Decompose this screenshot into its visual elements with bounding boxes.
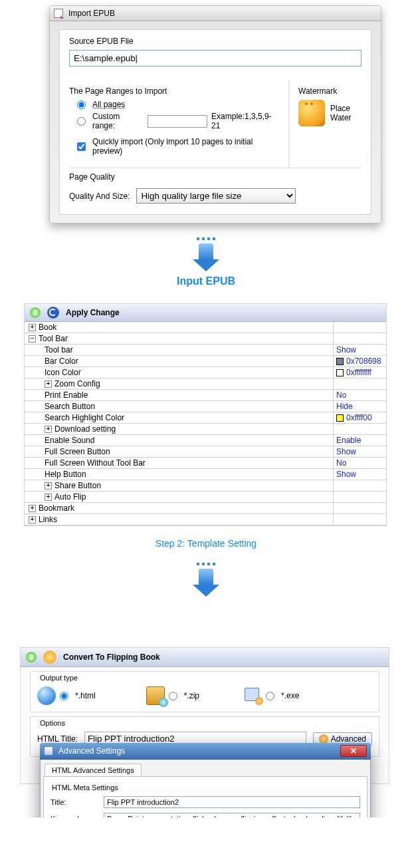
color-swatch [336, 358, 344, 365]
tree-row-label: Search Button [25, 401, 333, 412]
tree-row-label: Print Enable [25, 390, 333, 400]
all-pages-label: All pages [92, 100, 125, 109]
custom-range-input[interactable] [148, 115, 207, 128]
options-label: Options [37, 719, 68, 727]
tree-row-value [333, 492, 386, 502]
color-swatch [336, 369, 344, 376]
page-ranges-group: The Page Ranges to Import All pages Cust… [69, 80, 279, 168]
tree-row[interactable]: +Download setting [25, 424, 386, 435]
output-html-radio[interactable] [60, 692, 68, 700]
tree-row[interactable]: +Auto Flip [25, 492, 386, 503]
output-type-label: Output type [37, 674, 80, 682]
tree-row-value[interactable]: No [333, 390, 386, 400]
output-zip-radio[interactable] [169, 692, 177, 700]
footprint-icon [298, 100, 325, 126]
tree-row-value[interactable]: Hide [333, 401, 386, 412]
meta-settings-label: HTML Meta Settings [52, 784, 360, 792]
tree-row-value [333, 322, 386, 333]
tree-row[interactable]: Search Highlight Color0xffff00 [25, 412, 386, 424]
expand-icon[interactable]: + [45, 482, 52, 490]
html-advanced-tab[interactable]: HTML Advanced Settings [45, 764, 142, 776]
tree-row-label: Enable Sound [25, 435, 333, 446]
panel3-header: 3 Convert To Flipping Book [21, 648, 389, 667]
tree-row-label: Help Button [25, 469, 333, 480]
tree-row-label: Icon Color [25, 367, 333, 378]
tree-row-label: +Links [25, 514, 333, 525]
meta-keywords-input[interactable] [104, 813, 360, 817]
page-quality-label: Page Quality [69, 172, 361, 182]
expand-icon[interactable]: + [45, 426, 52, 433]
custom-range-radio[interactable] [77, 117, 86, 126]
tree-row[interactable]: Full Screen ButtonShow [25, 446, 386, 458]
import-epub-dialog: Import EPUB Source EPUB Flie The Page Ra… [49, 5, 381, 223]
tree-row-label: +Zoom Config [25, 378, 333, 389]
tree-row[interactable]: Bar Color0x708698 [25, 356, 386, 367]
wm-line2: Water [330, 113, 352, 122]
tree-row-value[interactable]: Show [333, 469, 386, 480]
tree-row-value[interactable]: Show [333, 446, 386, 457]
tree-row[interactable]: +Links [25, 514, 386, 525]
tree-row[interactable]: Tool barShow [25, 345, 386, 356]
tree-row-value[interactable]: Show [333, 345, 386, 355]
tree-row[interactable]: Full Screen Without Tool BarNo [25, 458, 386, 469]
all-pages-radio[interactable] [77, 100, 86, 109]
tree-row-value [333, 424, 386, 434]
tree-row-value [333, 514, 386, 525]
template-setting-panel: 2 Apply Change +Book−Tool BarTool barSho… [24, 303, 387, 526]
source-epub-input[interactable] [69, 50, 361, 67]
refresh-icon[interactable] [47, 307, 59, 319]
settings-tree[interactable]: +Book−Tool BarTool barShowBar Color0x708… [25, 322, 386, 525]
tree-row-value [333, 503, 386, 513]
dialog-title: Import EPUB [68, 9, 115, 18]
apply-change-title: Apply Change [66, 308, 120, 317]
input-epub-label: Input EPUB [0, 275, 412, 287]
tree-row[interactable]: Icon Color0xffffffff [25, 367, 386, 378]
tree-row-label: +Book [25, 322, 333, 333]
tree-row-value[interactable]: No [333, 458, 386, 468]
tree-row[interactable]: Print EnableNo [25, 390, 386, 401]
tree-row[interactable]: Enable SoundEnable [25, 435, 386, 446]
tree-row[interactable]: −Tool Bar [25, 333, 386, 345]
tree-row[interactable]: +Zoom Config [25, 378, 386, 390]
collapse-icon[interactable]: − [29, 335, 36, 343]
tree-row[interactable]: Search ButtonHide [25, 401, 386, 412]
advanced-window-title: Advanced Settings [58, 746, 125, 756]
quality-size-label: Quality And Size: [69, 192, 130, 201]
tree-row-value[interactable]: 0x708698 [333, 356, 386, 366]
tree-row-label: Tool bar [25, 345, 333, 355]
tree-row-label: Full Screen Without Tool Bar [25, 458, 333, 468]
page-quality-group: Page Quality Quality And Size: High qual… [69, 168, 361, 204]
tree-row-label: +Bookmark [25, 503, 333, 513]
example-text: Example:1,3,5,9-21 [211, 112, 279, 130]
expand-icon[interactable]: + [29, 516, 36, 523]
expand-icon[interactable]: + [45, 380, 52, 388]
meta-title-label: Title: [51, 798, 97, 806]
dialog-title-bar: Import EPUB [50, 6, 381, 21]
close-button[interactable]: ✕ [340, 745, 367, 757]
panel2-header: 2 Apply Change [25, 304, 386, 322]
expand-icon[interactable]: + [29, 505, 36, 512]
output-exe-radio[interactable] [266, 692, 274, 700]
tree-row[interactable]: +Bookmark [25, 503, 386, 514]
tree-row-value [333, 333, 386, 344]
tree-row[interactable]: +Share Button [25, 480, 386, 492]
tree-row-value[interactable]: 0xffff00 [333, 412, 386, 423]
advanced-button-label: Advanced [331, 734, 366, 744]
advanced-title-bar: Advanced Settings ✕ [40, 743, 371, 760]
meta-title-input[interactable] [104, 796, 360, 808]
tree-row[interactable]: Help ButtonShow [25, 469, 386, 480]
tree-row-value[interactable]: Enable [333, 435, 386, 446]
html-title-label: HTML Title: [37, 734, 78, 744]
tree-row[interactable]: +Book [25, 322, 386, 333]
tree-row-value[interactable]: 0xffffffff [333, 367, 386, 378]
exe-icon [243, 686, 262, 705]
expand-icon[interactable]: + [45, 494, 52, 501]
expand-icon[interactable]: + [29, 324, 36, 331]
source-label: Source EPUB Flie [69, 37, 361, 46]
quick-import-checkbox[interactable] [77, 142, 86, 151]
step2-caption: Step 2: Template Setting [0, 538, 412, 549]
output-exe-label: *.exe [281, 691, 299, 700]
tree-row-label: Full Screen Button [25, 446, 333, 457]
ranges-label: The Page Ranges to Import [69, 86, 279, 96]
quality-select[interactable]: High quality large file size [136, 188, 296, 204]
